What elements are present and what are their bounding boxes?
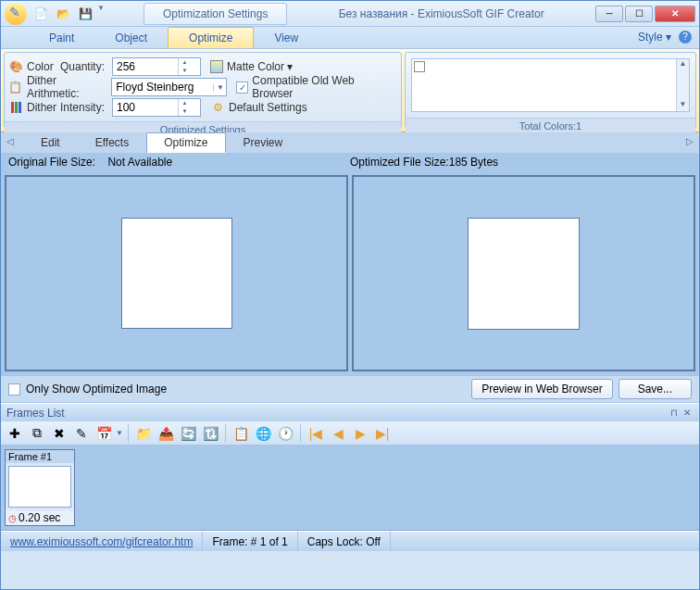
contextual-tab-title: Optimization Settings <box>144 3 287 25</box>
scroll-up-icon[interactable]: ▲ <box>677 59 689 70</box>
subtab-edit[interactable]: Edit <box>23 132 78 153</box>
clock-icon: ◷ <box>8 513 17 523</box>
status-bar: www.eximioussoft.com/gifcreator.htm Fram… <box>1 531 699 551</box>
subtab-effects[interactable]: Effects <box>78 132 146 153</box>
matte-color-dropdown[interactable]: Matte Color ▾ <box>227 60 293 73</box>
dither-label: Dither <box>27 101 56 114</box>
new-file-icon[interactable]: 📄 <box>31 4 51 24</box>
optimized-canvas <box>468 218 580 330</box>
ribbon-body: 🎨 Color Quantity: ▲▼ Matte Color ▾ 📋 Dit… <box>1 49 699 132</box>
last-frame-icon[interactable]: ▶| <box>372 423 393 444</box>
frame-props-drop-icon[interactable]: ▼ <box>116 423 123 444</box>
flip-frame-icon[interactable]: 🔃 <box>200 423 220 444</box>
qat-dropdown-icon[interactable]: ▼ <box>97 4 106 24</box>
dither-arith-combo[interactable]: Floyd Steinberg ▼ <box>111 78 227 96</box>
frame-add2-icon[interactable]: 📋 <box>231 423 251 444</box>
close-panel-icon[interactable]: ✕ <box>681 408 694 418</box>
only-show-checkbox[interactable] <box>8 383 20 395</box>
compat-checkbox[interactable]: ✓ <box>236 82 248 94</box>
frame-timing-icon[interactable]: 🕐 <box>275 423 295 444</box>
scroll-down-icon[interactable]: ▼ <box>677 100 689 111</box>
pin-icon[interactable]: ⊓ <box>668 408 681 418</box>
intensity-input[interactable] <box>113 99 178 116</box>
prev-frame-icon[interactable]: ◀ <box>328 423 348 444</box>
frames-list-header: Frames List ⊓ ✕ <box>1 403 699 421</box>
frame-globe-icon[interactable]: 🌐 <box>253 423 273 444</box>
sub-tabs: ◁ Edit Effects Optimize Preview ▷ <box>1 132 699 153</box>
next-frame-icon[interactable]: ▶ <box>350 423 370 444</box>
original-canvas <box>121 218 232 329</box>
frame-props-icon[interactable]: 📅 <box>94 423 114 444</box>
status-capslock: Caps Lock: Off <box>298 532 391 551</box>
quantity-label: Quantity: <box>60 60 108 73</box>
optimized-size-label: Optimized File Size: <box>350 156 449 169</box>
spin-down-icon[interactable]: ▼ <box>179 107 191 116</box>
add-frame-icon[interactable]: ✚ <box>5 423 25 444</box>
preview-browser-button[interactable]: Preview in Web Browser <box>471 379 613 399</box>
tab-view[interactable]: View <box>254 28 319 48</box>
tab-object[interactable]: Object <box>94 28 168 48</box>
quick-access-toolbar: 📄 📂 💾 ▼ <box>31 4 106 24</box>
dither-arith-value: Floyd Steinberg <box>112 81 213 94</box>
minimize-button[interactable]: ─ <box>595 6 623 22</box>
window-buttons: ─ ☐ ✕ <box>595 6 695 22</box>
duplicate-frame-icon[interactable]: ⧉ <box>27 423 47 444</box>
export-frame-icon[interactable]: 📤 <box>156 423 176 444</box>
status-frame-info: Frame: # 1 of 1 <box>203 532 297 551</box>
open-file-icon[interactable]: 📂 <box>53 4 73 24</box>
tab-paint[interactable]: Paint <box>29 28 94 48</box>
preview-options-row: Only Show Optimized Image Preview in Web… <box>1 375 699 403</box>
first-frame-icon[interactable]: |◀ <box>306 423 326 444</box>
edit-frame-icon[interactable]: ✎ <box>71 423 92 444</box>
intensity-spinner[interactable]: ▲▼ <box>112 98 201 117</box>
style-dropdown[interactable]: Style ▾ <box>638 31 671 44</box>
gear-icon: ⚙ <box>210 100 225 115</box>
rotate-frame-icon[interactable]: 🔄 <box>178 423 198 444</box>
color-palette-box: ▲▼ <box>411 58 690 112</box>
original-size-value: Not Available <box>107 156 172 169</box>
matte-color-icon <box>210 60 223 73</box>
titlebar: 📄 📂 💾 ▼ Optimization Settings Без назван… <box>1 1 699 27</box>
intensity-label: Intensity: <box>60 101 108 114</box>
frame-label: Frame #1 <box>6 450 74 463</box>
tab-nav-right-icon[interactable]: ▷ <box>686 136 694 146</box>
delete-frame-icon[interactable]: ✖ <box>49 423 69 444</box>
frames-list-title: Frames List <box>6 407 65 420</box>
dither-arith-label: Dither Arithmetic: <box>27 74 107 100</box>
tab-nav-left-icon[interactable]: ◁ <box>6 136 14 146</box>
maximize-button[interactable]: ☐ <box>625 6 653 22</box>
help-icon[interactable]: ? <box>679 31 692 44</box>
original-preview-pane <box>5 175 348 371</box>
spin-up-icon[interactable]: ▲ <box>179 58 191 67</box>
default-settings-button[interactable]: Default Settings <box>229 101 307 114</box>
frame-thumbnail <box>8 466 71 508</box>
group-title-right: Total Colors:1 <box>406 118 695 133</box>
chevron-down-icon[interactable]: ▼ <box>213 83 226 92</box>
optimized-preview-pane <box>352 175 695 371</box>
color-label: Color <box>27 60 56 73</box>
preview-panes <box>1 171 699 375</box>
close-button[interactable]: ✕ <box>655 6 695 22</box>
status-url-link[interactable]: www.eximioussoft.com/gifcreator.htm <box>10 535 193 548</box>
spin-up-icon[interactable]: ▲ <box>179 99 191 107</box>
quantity-spinner[interactable]: ▲▼ <box>112 57 201 76</box>
dither-bars-icon <box>8 100 23 115</box>
optimized-size-value: 185 Bytes <box>449 156 498 169</box>
quantity-input[interactable] <box>113 58 178 75</box>
file-size-info: Original File Size: Not Available Optimi… <box>1 153 699 171</box>
frames-list-body: Frame #1 ◷0.20 sec <box>1 446 699 531</box>
palette-swatch[interactable] <box>414 61 425 72</box>
import-frames-icon[interactable]: 📁 <box>133 423 154 444</box>
palette-scrollbar[interactable]: ▲▼ <box>676 59 689 111</box>
only-show-label: Only Show Optimized Image <box>26 383 167 395</box>
subtab-preview[interactable]: Preview <box>226 132 301 153</box>
frame-item[interactable]: Frame #1 ◷0.20 sec <box>5 449 75 526</box>
app-icon <box>5 3 27 25</box>
save-file-icon[interactable]: 💾 <box>75 4 95 24</box>
frame-duration: ◷0.20 sec <box>6 510 74 525</box>
tab-optimize[interactable]: Optimize <box>168 27 254 48</box>
spin-down-icon[interactable]: ▼ <box>179 67 191 75</box>
subtab-optimize[interactable]: Optimize <box>146 132 225 153</box>
save-button[interactable]: Save... <box>619 379 692 399</box>
group-total-colors: ▲▼ Total Colors:1 <box>405 52 696 129</box>
